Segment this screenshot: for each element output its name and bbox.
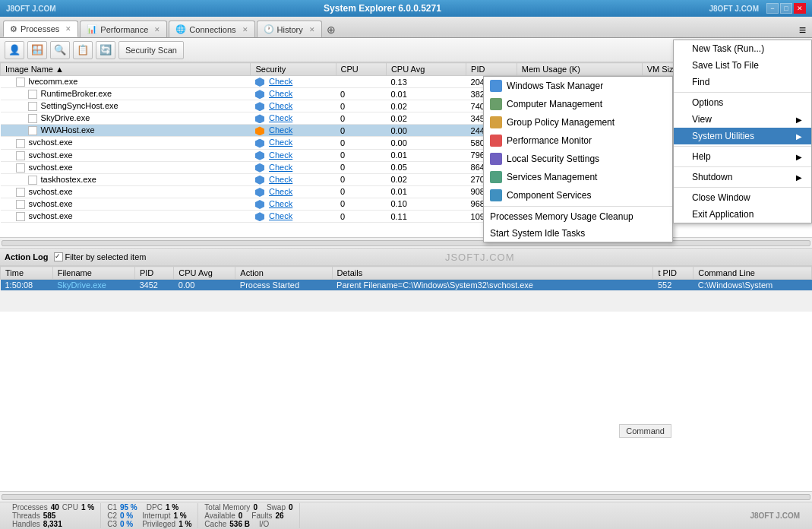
- security-shield-icon: [255, 114, 264, 123]
- al-col-filename[interactable]: Filename: [52, 267, 134, 280]
- proc-name: taskhostex.exe: [1, 173, 251, 185]
- bottom-scrollbar-track[interactable]: [2, 494, 810, 500]
- security-check-link[interactable]: Check: [269, 175, 292, 184]
- list-icon-button[interactable]: 📋: [73, 41, 93, 59]
- al-col-cpu[interactable]: CPU Avg: [174, 267, 235, 280]
- proc-checkbox[interactable]: [28, 90, 37, 99]
- al-col-action[interactable]: Action: [235, 267, 332, 280]
- scrollbar-track[interactable]: [2, 240, 810, 246]
- component-svc-icon: [490, 189, 502, 201]
- security-shield-icon: [255, 188, 264, 197]
- al-col-time[interactable]: Time: [1, 267, 53, 280]
- proc-checkbox[interactable]: [16, 212, 25, 221]
- processes-tab-close[interactable]: ✕: [65, 25, 71, 33]
- exit-app-label: Exit Application: [692, 209, 754, 220]
- al-col-cmdline[interactable]: Command Line: [694, 267, 812, 280]
- security-check-link[interactable]: Check: [269, 163, 292, 172]
- submenu-component-svc[interactable]: Component Services: [484, 186, 672, 204]
- tab-performance[interactable]: 📊 Performance ✕: [80, 21, 167, 37]
- bottom-scrollbar[interactable]: [0, 491, 812, 502]
- maximize-button[interactable]: □: [780, 3, 792, 14]
- col-security[interactable]: Security: [251, 63, 336, 76]
- submenu-task-manager[interactable]: Windows Task Manager: [484, 77, 672, 95]
- user-icon-button[interactable]: 👤: [5, 41, 24, 59]
- proc-cpu-avg: 0.02: [386, 112, 466, 125]
- proc-security: Check: [251, 112, 336, 125]
- proc-checkbox[interactable]: [16, 200, 25, 209]
- action-log-row[interactable]: 1:50:08 SkyDrive.exe 3452 0.00 Process S…: [1, 280, 812, 291]
- menu-help[interactable]: Help ▶: [674, 148, 811, 165]
- search-icon-button[interactable]: 🔍: [50, 41, 70, 59]
- menu-view[interactable]: View ▶: [674, 111, 811, 128]
- submenu-services-mgmt[interactable]: Services Management: [484, 168, 672, 186]
- proc-checkbox[interactable]: [28, 102, 37, 111]
- col-cpu[interactable]: CPU: [336, 63, 386, 76]
- process-scrollbar-h[interactable]: [0, 237, 812, 248]
- proc-checkbox[interactable]: [16, 78, 25, 87]
- menu-system-utilities[interactable]: System Utilities ▶: [674, 128, 811, 144]
- proc-checkbox[interactable]: [28, 176, 37, 185]
- connections-tab-close[interactable]: ✕: [242, 26, 248, 33]
- history-tab-close[interactable]: ✕: [309, 26, 315, 33]
- proc-checkbox[interactable]: [16, 139, 25, 148]
- al-col-tpid[interactable]: t PID: [653, 267, 694, 280]
- menu-save-list[interactable]: Save List To File: [674, 57, 811, 74]
- security-check-link[interactable]: Check: [269, 187, 292, 196]
- window-icon-button[interactable]: 🪟: [27, 41, 47, 59]
- minimize-button[interactable]: −: [766, 3, 779, 14]
- performance-tab-close[interactable]: ✕: [154, 26, 160, 33]
- refresh-icon-button[interactable]: 🔄: [96, 41, 115, 59]
- submenu-idle-tasks[interactable]: Start System Idle Tasks: [484, 225, 672, 242]
- submenu-perf-monitor[interactable]: Performance Monitor: [484, 131, 672, 150]
- menu-new-task[interactable]: New Task (Run...): [674, 40, 811, 57]
- submenu-group-policy[interactable]: Group Policy Management: [484, 113, 672, 131]
- col-mem[interactable]: Mem Usage (K): [517, 63, 642, 76]
- al-cmdline: C:\Windows\System: [694, 280, 812, 291]
- security-check-link[interactable]: Check: [269, 138, 292, 147]
- filter-checkbox[interactable]: ✓ Filter by selected item: [54, 252, 146, 261]
- close-button[interactable]: ✕: [794, 3, 806, 14]
- security-check-link[interactable]: Check: [269, 77, 292, 86]
- security-check-link[interactable]: Check: [269, 113, 292, 122]
- security-check-link[interactable]: Check: [269, 101, 292, 110]
- col-pid[interactable]: PID: [466, 63, 517, 76]
- proc-checkbox[interactable]: [28, 114, 37, 123]
- proc-checkbox[interactable]: [28, 126, 37, 135]
- al-tpid: 552: [653, 280, 694, 291]
- al-action: Process Started: [235, 280, 332, 291]
- tab-history[interactable]: 🕐 History ✕: [257, 21, 322, 37]
- system-utilities-submenu[interactable]: Windows Task Manager Computer Management…: [483, 76, 673, 242]
- menu-exit-app[interactable]: Exit Application: [674, 206, 811, 223]
- al-col-details[interactable]: Details: [332, 267, 653, 280]
- col-cpu-avg[interactable]: CPU Avg: [386, 63, 466, 76]
- col-image-name[interactable]: Image Name ▲: [1, 63, 251, 76]
- processes-label: Processes: [12, 503, 48, 512]
- al-col-pid[interactable]: PID: [134, 267, 173, 280]
- find-label: Find: [692, 77, 709, 87]
- submenu-mem-cleanup[interactable]: Processes Memory Usage Cleanup: [484, 208, 672, 225]
- main-menu[interactable]: New Task (Run...) Save List To File Find…: [673, 40, 812, 223]
- tab-connections[interactable]: 🌐 Connections ✕: [169, 21, 254, 37]
- menu-close-window[interactable]: Close Window: [674, 189, 811, 206]
- submenu-local-security[interactable]: Local Security Settings: [484, 150, 672, 168]
- tab-processes[interactable]: ⚙ Processes ✕: [3, 21, 78, 37]
- connections-tab-icon: 🌐: [175, 24, 186, 34]
- menu-shutdown[interactable]: Shutdown ▶: [674, 169, 811, 185]
- security-scan-button[interactable]: Security Scan: [118, 41, 184, 59]
- proc-cpu-avg: 0.02: [386, 173, 466, 185]
- add-tab-button[interactable]: ⊕: [324, 22, 339, 37]
- security-check-link[interactable]: Check: [269, 199, 292, 208]
- security-check-link[interactable]: Check: [269, 150, 292, 160]
- security-check-link[interactable]: Check: [269, 89, 292, 98]
- security-check-link[interactable]: Check: [269, 125, 292, 135]
- menu-options[interactable]: Options: [674, 94, 811, 111]
- proc-checkbox[interactable]: [16, 151, 25, 160]
- proc-checkbox[interactable]: [16, 188, 25, 197]
- proc-checkbox[interactable]: [16, 163, 25, 173]
- menu-find[interactable]: Find: [674, 74, 811, 90]
- submenu-computer-mgmt[interactable]: Computer Management: [484, 95, 672, 113]
- filter-checkbox-box[interactable]: ✓: [54, 252, 63, 261]
- security-check-link[interactable]: Check: [269, 211, 292, 220]
- tab-menu-button[interactable]: ≡: [799, 24, 809, 37]
- proc-cpu-avg: 0.13: [386, 76, 466, 88]
